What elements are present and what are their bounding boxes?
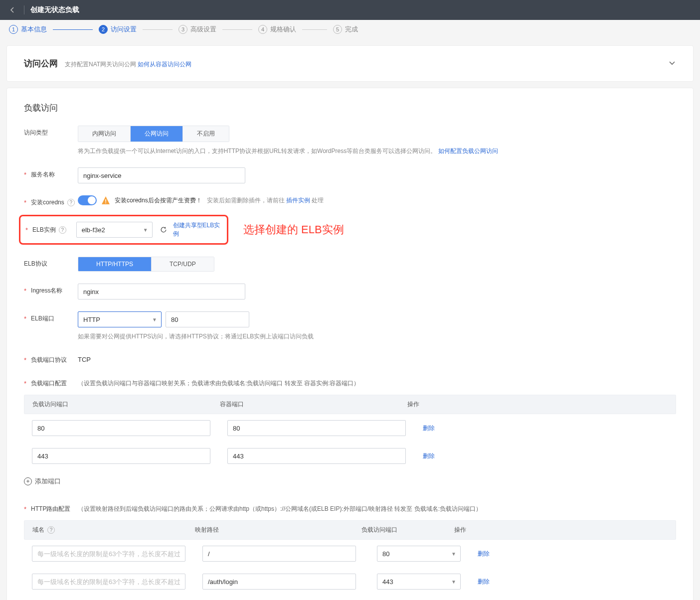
port-access-input[interactable] <box>32 420 210 436</box>
label-service-name: 服务名称 <box>31 170 55 179</box>
http-route-desc: （设置映射路径到后端负载访问端口的路由关系；公网请求由http（或https）:… <box>78 505 482 512</box>
step-1-num: 1 <box>9 25 18 34</box>
step-4-label: 规格确认 <box>270 25 296 34</box>
step-5[interactable]: 5完成 <box>333 25 358 34</box>
port-delete-link[interactable]: 删除 <box>423 452 435 459</box>
access-type-hint-text: 将为工作负载提供一个可以从Internet访问的入口，支持HTTP协议并根据UR… <box>78 148 436 154</box>
add-port-label: 添加端口 <box>35 477 61 486</box>
route-th-4: 操作 <box>454 526 668 534</box>
port-th-3: 操作 <box>407 400 668 409</box>
elb-protocol-tcp[interactable]: TCP/UDP <box>151 257 214 271</box>
step-5-num: 5 <box>333 25 342 34</box>
route-port-value: 443 <box>382 578 393 586</box>
elb-highlight-box: *ELB实例? elb-f3e2▼ 创建共享型ELB实例 <box>19 215 228 245</box>
step-4[interactable]: 4规格确认 <box>258 25 296 34</box>
access-type-internal[interactable]: 内网访问 <box>78 126 130 142</box>
service-name-input[interactable] <box>78 167 245 183</box>
elb-port-input[interactable] <box>166 311 249 327</box>
label-load-protocol: 负载端口协议 <box>31 356 67 364</box>
back-icon[interactable] <box>7 4 18 15</box>
add-port-button[interactable]: +添加端口 <box>24 477 61 486</box>
elb-instance-select[interactable]: elb-f3e2▼ <box>76 222 153 238</box>
row-service-name: *服务名称 <box>24 167 676 183</box>
access-type-public[interactable]: 公网访问 <box>130 126 182 142</box>
create-shared-elb-link[interactable]: 创建共享型ELB实例 <box>173 221 223 238</box>
elb-protocol-http[interactable]: HTTP/HTTPS <box>78 257 151 271</box>
port-access-input[interactable] <box>32 448 210 464</box>
step-2-num: 2 <box>99 25 108 34</box>
panel-public-net-header[interactable]: 访问公网 支持配置NAT网关访问公网 如何从容器访问公网 <box>7 46 693 81</box>
load-protocol-value: TCP <box>78 356 91 363</box>
route-th-3: 负载访问端口 <box>361 526 454 534</box>
step-line <box>222 29 252 30</box>
port-container-input[interactable] <box>227 448 406 464</box>
step-1[interactable]: 1基本信息 <box>9 25 47 34</box>
elb-port-proto-select[interactable]: HTTP▼ <box>78 311 162 327</box>
ingress-name-input[interactable] <box>78 284 245 300</box>
caret-down-icon: ▼ <box>451 551 456 557</box>
help-icon[interactable]: ? <box>47 526 55 534</box>
port-table-head: 负载访问端口 容器端口 操作 <box>24 395 676 414</box>
step-4-num: 4 <box>258 25 267 34</box>
step-line <box>53 29 93 30</box>
route-table-head: 域名? 映射路径 负载访问端口 操作 <box>24 520 676 540</box>
step-2[interactable]: 2访问设置 <box>99 25 137 34</box>
step-3[interactable]: 3高级设置 <box>178 25 216 34</box>
caret-down-icon: ▼ <box>152 317 157 322</box>
port-container-input[interactable] <box>227 420 406 436</box>
port-th-1: 负载访问端口 <box>32 400 220 409</box>
how-container-access-public-link[interactable]: 如何从容器访问公网 <box>138 61 191 68</box>
step-line <box>143 29 173 30</box>
access-type-disabled[interactable]: 不启用 <box>182 126 229 142</box>
row-access-type: 访问类型 内网访问 公网访问 不启用 将为工作负载提供一个可以从Internet… <box>24 126 676 155</box>
route-port-select[interactable]: 80▼ <box>377 546 461 562</box>
plus-icon: + <box>24 477 32 485</box>
elb-callout: 选择创建的 ELB实例 <box>243 222 344 237</box>
route-port-select[interactable]: 443▼ <box>377 574 461 590</box>
port-config-desc: （设置负载访问端口与容器端口映射关系；负载请求由负载域名:负载访问端口 转发至 … <box>78 380 359 387</box>
row-load-protocol: *负载端口协议 TCP <box>24 353 676 364</box>
row-install-coredns: *安装coredns? ! 安装coredns后会按需产生资费！ 安装后如需删除… <box>24 195 676 207</box>
route-path-input[interactable] <box>202 546 356 562</box>
port-row: 删除 <box>24 414 676 442</box>
label-elb-port: ELB端口 <box>31 314 54 323</box>
how-config-public-access-link[interactable]: 如何配置负载公网访问 <box>438 148 498 154</box>
help-icon[interactable]: ? <box>67 199 75 206</box>
chevron-down-icon[interactable] <box>668 59 676 68</box>
row-elb-instance: *ELB实例? elb-f3e2▼ 创建共享型ELB实例 选择创建的 ELB实例 <box>24 215 676 245</box>
row-ingress-name: *Ingress名称 <box>24 284 676 300</box>
port-row: 删除 <box>24 442 676 470</box>
label-elb-instance: ELB实例 <box>32 226 56 234</box>
port-delete-link[interactable]: 删除 <box>423 425 435 432</box>
route-row: 80▼ 删除 <box>24 540 676 568</box>
refresh-icon[interactable] <box>160 225 168 234</box>
row-http-route: *HTTP路由配置 （设置映射路径到后端负载访问端口的路由关系；公网请求由htt… <box>24 502 676 513</box>
label-access-type: 访问类型 <box>24 129 48 137</box>
route-th-1: 域名 <box>32 526 44 534</box>
step-5-label: 完成 <box>345 25 358 34</box>
route-domain-input[interactable] <box>32 546 185 562</box>
port-th-2: 容器端口 <box>220 400 407 409</box>
step-3-label: 高级设置 <box>190 25 216 34</box>
coredns-toggle[interactable] <box>78 195 97 205</box>
warning-icon: ! <box>102 196 110 204</box>
help-icon[interactable]: ? <box>59 226 66 234</box>
panel-public-net-sub-text: 支持配置NAT网关访问公网 <box>65 61 136 68</box>
step-2-label: 访问设置 <box>111 25 137 34</box>
plugin-instance-link[interactable]: 插件实例 <box>286 197 310 204</box>
label-install-coredns: 安装coredns <box>31 198 64 207</box>
step-3-num: 3 <box>178 25 187 34</box>
route-delete-link[interactable]: 删除 <box>478 550 490 557</box>
panel-public-net-title: 访问公网 <box>24 58 58 69</box>
page-title: 创建无状态负载 <box>30 5 79 14</box>
stepper: 1基本信息 2访问设置 3高级设置 4规格确认 5完成 <box>0 20 700 39</box>
route-domain-input[interactable] <box>32 574 185 590</box>
route-path-input[interactable] <box>202 574 356 590</box>
page-header: 创建无状态负载 <box>0 0 700 20</box>
label-elb-protocol: ELB协议 <box>24 260 47 268</box>
row-elb-port: *ELB端口 HTTP▼ 如果需要对公网提供HTTPS访问，请选择HTTPS协议… <box>24 311 676 341</box>
label-ingress-name: Ingress名称 <box>31 287 62 295</box>
label-http-route: HTTP路由配置 <box>31 505 70 513</box>
route-delete-link[interactable]: 删除 <box>478 578 490 585</box>
route-th-2: 映射路径 <box>195 526 361 534</box>
